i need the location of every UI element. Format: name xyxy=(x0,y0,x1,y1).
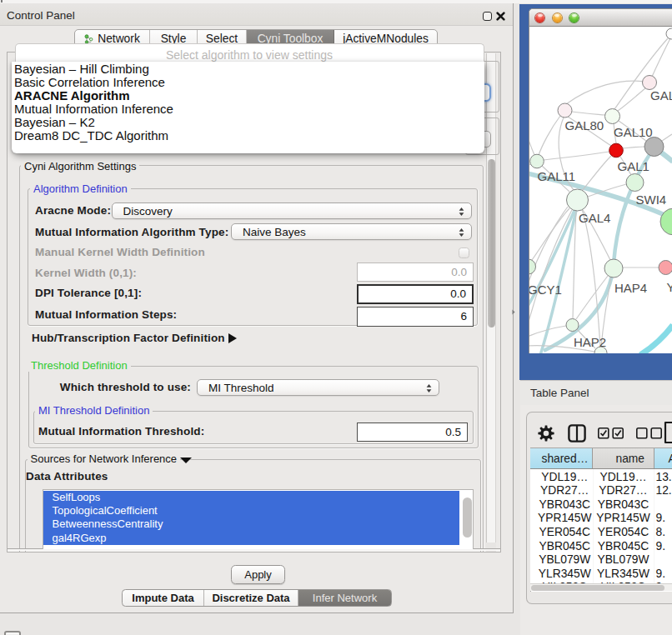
zoom-traffic-light[interactable] xyxy=(569,13,579,22)
show-columns-icon[interactable] xyxy=(598,428,624,439)
table-cell[interactable]: YER054C xyxy=(593,526,654,540)
node[interactable] xyxy=(643,76,657,90)
mi-threshold-field[interactable]: 0.5 xyxy=(357,422,468,442)
table-cell[interactable]: YER054C xyxy=(534,526,596,540)
aracne-mode-combo[interactable]: Discovery xyxy=(112,202,472,219)
top-tick xyxy=(1,0,3,2)
column-header-name[interactable]: name xyxy=(593,448,654,470)
table-cell[interactable]: YDL19… xyxy=(534,471,596,485)
mi-steps-field[interactable]: 6 xyxy=(357,307,474,327)
edge[interactable] xyxy=(582,156,611,191)
table-cell[interactable]: 9. xyxy=(654,568,672,582)
dropdown-item-selected[interactable]: ARACNE Algorithm xyxy=(14,89,130,102)
table-cell[interactable]: 12. xyxy=(654,484,672,498)
column-header-third[interactable]: A xyxy=(654,448,672,470)
list-item-selected[interactable]: SelfLoops xyxy=(43,491,459,504)
table-cell[interactable]: YDR27… xyxy=(534,484,596,498)
dropdown-item[interactable]: Bayesian – K2 xyxy=(14,116,95,129)
table-cell[interactable]: YBR045C xyxy=(534,540,596,554)
edge-highlighted[interactable] xyxy=(640,325,672,353)
edge[interactable] xyxy=(662,134,672,141)
tab-impute-data[interactable]: Impute Data xyxy=(123,590,204,606)
table-cell[interactable]: YLR345W xyxy=(534,568,596,582)
float-window-icon[interactable] xyxy=(483,12,492,21)
close-icon[interactable] xyxy=(495,11,506,22)
bottom-left-panel-button[interactable] xyxy=(4,631,21,635)
list-item-selected[interactable]: BetweennessCentrality xyxy=(43,518,459,531)
table-cell[interactable]: YBL079W xyxy=(534,553,596,568)
tab-infer-network[interactable]: Infer Network xyxy=(298,590,391,606)
table-cell[interactable]: YBR043C xyxy=(534,498,596,512)
node-hap2[interactable] xyxy=(566,319,579,332)
edge[interactable] xyxy=(582,209,600,347)
kernel-width-field[interactable]: 0.0 xyxy=(357,262,474,282)
hide-columns-icon[interactable] xyxy=(636,428,663,439)
node-swi4[interactable] xyxy=(626,174,644,192)
edge[interactable] xyxy=(652,38,670,77)
table-cell[interactable]: 13. xyxy=(654,471,672,485)
node-gcy1[interactable] xyxy=(529,259,536,274)
column-header-shared-name[interactable]: shared… xyxy=(530,448,593,470)
which-threshold-combo[interactable]: MI Threshold xyxy=(197,379,439,396)
node-gal4[interactable] xyxy=(567,189,589,211)
dropdown-item[interactable]: Bayesian – Hill Climbing xyxy=(14,62,149,76)
list-scrollbar-thumb[interactable] xyxy=(463,498,472,538)
manual-kernel-checkbox[interactable] xyxy=(459,248,469,258)
table-cell[interactable] xyxy=(654,498,672,512)
tab-discretize-data[interactable]: Discretize Data xyxy=(204,590,298,606)
data-attributes-list[interactable]: SelfLoops TopologicalCoefficient Between… xyxy=(43,489,474,549)
table-cell[interactable]: YLR345W xyxy=(593,568,654,582)
node-gal11[interactable] xyxy=(530,154,544,168)
close-traffic-light[interactable] xyxy=(535,13,544,22)
dpi-tolerance-field[interactable]: 0.0 xyxy=(357,284,474,304)
list-item-selected[interactable]: gal4RGexp xyxy=(43,532,459,545)
table-hscrollbar-thumb[interactable] xyxy=(531,585,664,591)
table-cell[interactable]: YPR145W xyxy=(593,512,654,526)
split-divider-arrow-icon[interactable] xyxy=(512,309,515,315)
edge[interactable] xyxy=(539,116,560,155)
algorithm-select-combo[interactable]: Select algorithm to view settings xyxy=(15,43,484,62)
table-cell[interactable]: 8. xyxy=(654,526,672,540)
table-cell[interactable]: YBR045C xyxy=(593,540,654,554)
edge[interactable] xyxy=(572,112,605,115)
table-hscrollbar[interactable] xyxy=(530,583,672,591)
dropdown-item[interactable]: Basic Correlation Inference xyxy=(14,76,165,89)
edge[interactable] xyxy=(623,147,644,148)
apply-button[interactable]: Apply xyxy=(231,565,285,584)
table-cell[interactable]: YDR27… xyxy=(593,484,654,498)
node-pink[interactable] xyxy=(659,261,672,275)
node-hap4[interactable] xyxy=(604,259,623,278)
node-gal1[interactable] xyxy=(609,143,624,158)
node-label: GCY1 xyxy=(529,282,562,297)
table-cell[interactable] xyxy=(654,553,672,568)
edge[interactable] xyxy=(529,115,534,155)
main-scrollbar-thumb[interactable] xyxy=(488,159,495,328)
table-cell[interactable]: 9. xyxy=(654,512,672,526)
dropdown-item[interactable]: Dream8 DC_TDC Algorithm xyxy=(14,129,168,142)
table-cell[interactable]: YPR145W xyxy=(534,512,596,526)
table-cell[interactable]: 9. xyxy=(654,540,672,554)
hub-expand-icon[interactable] xyxy=(228,333,237,343)
network-canvas[interactable]: GAL7 GAL80 GAL10 GAL1 GAL11 SWI4 GAL4 GC… xyxy=(529,27,672,353)
network-titlebar[interactable] xyxy=(529,9,672,27)
node-gray[interactable] xyxy=(644,138,664,157)
minimize-traffic-light[interactable] xyxy=(553,13,562,22)
gear-icon[interactable] xyxy=(538,425,554,442)
which-threshold-value: MI Threshold xyxy=(208,382,274,394)
node-gal10[interactable] xyxy=(605,109,620,124)
split-columns-icon[interactable] xyxy=(568,424,586,442)
table-cell[interactable]: YBL079W xyxy=(593,553,654,568)
table-cell[interactable]: YDL19… xyxy=(593,471,654,485)
edge[interactable] xyxy=(544,152,609,160)
node-label: HAP2 xyxy=(574,335,606,349)
node[interactable] xyxy=(666,28,672,39)
mi-type-combo[interactable]: Naive Bayes xyxy=(231,223,472,240)
dropdown-item[interactable]: Mutual Information Inference xyxy=(14,102,173,116)
table-cell[interactable]: YBR043C xyxy=(593,498,654,512)
edge[interactable] xyxy=(566,81,649,104)
control-panel-titlebar[interactable] xyxy=(0,3,513,26)
sources-collapse-icon[interactable] xyxy=(180,458,192,463)
new-document-icon[interactable] xyxy=(664,421,672,444)
list-item-selected[interactable]: TopologicalCoefficient xyxy=(43,504,459,518)
node-gal80[interactable] xyxy=(558,103,572,118)
